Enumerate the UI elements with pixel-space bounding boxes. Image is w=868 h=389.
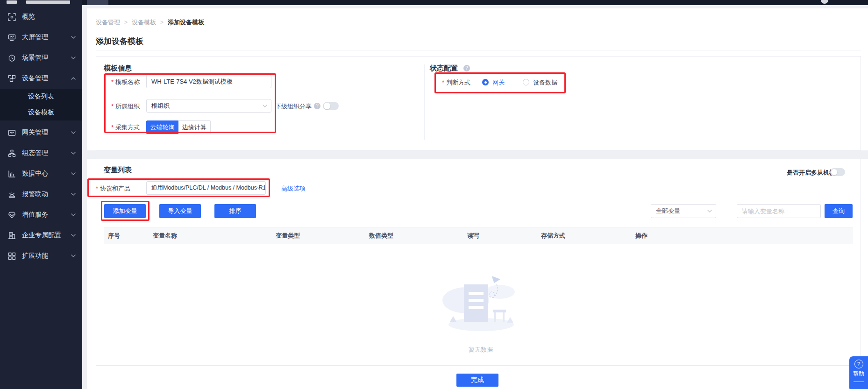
brand-logo-fragment [7, 0, 17, 4]
radio-gateway-selected[interactable] [482, 79, 489, 85]
sidebar-item-scene-mgmt[interactable]: 场景管理 [0, 48, 82, 68]
title-divider [96, 50, 861, 50]
sidebar-item-alarm-linkage[interactable]: 报警联动 [0, 184, 82, 205]
help-question-icon[interactable]: ? [314, 103, 320, 109]
chevron-down-icon [71, 193, 76, 196]
advanced-options-link[interactable]: 高级选项 [281, 184, 306, 193]
grid-icon [8, 252, 16, 260]
chevron-down-icon [71, 36, 76, 39]
breadcrumb: 设备管理 > 设备模板 > 添加设备模板 [96, 18, 204, 27]
search-button[interactable]: 查询 [825, 204, 853, 218]
required-mark: * [111, 103, 114, 110]
sidebar-subitem-label: 设备模板 [28, 108, 54, 117]
radio-device-data[interactable] [523, 79, 529, 85]
sidebar-item-value-added[interactable]: 增值服务 [0, 205, 82, 225]
chevron-down-icon [263, 105, 267, 107]
device-icon [8, 75, 16, 83]
radio-device-data-label[interactable]: 设备数据 [533, 78, 557, 87]
required-mark: * [96, 185, 98, 192]
chevron-down-icon [71, 131, 76, 134]
sidebar-item-scada-mgmt[interactable]: 组态管理 [0, 143, 82, 163]
template-info-section-title: 模板信息 [104, 64, 132, 73]
sidebar-subitem-device-list[interactable]: 设备列表 [0, 89, 82, 105]
sort-button[interactable]: 排序 [214, 204, 256, 218]
col-header-read-write: 读写 [467, 227, 479, 244]
gateway-icon [8, 129, 16, 137]
help-widget[interactable]: ? 帮助 [849, 356, 868, 389]
gem-icon [8, 211, 16, 219]
card-vertical-divider [424, 64, 425, 140]
sidebar-item-overview[interactable]: 概览 [0, 7, 82, 27]
chevron-down-icon [71, 172, 76, 175]
device-mgmt-submenu: 设备列表 设备模板 [0, 89, 82, 120]
sidebar-item-label: 场景管理 [22, 54, 48, 62]
col-header-name: 变量名称 [153, 227, 177, 244]
chevron-down-icon [71, 152, 76, 155]
collect-edge-computing-button[interactable]: 边缘计算 [178, 120, 211, 134]
col-header-var-type: 变量类型 [276, 227, 300, 244]
done-button[interactable]: 完成 [456, 374, 498, 387]
col-header-value-type: 数值类型 [369, 227, 393, 244]
template-name-input[interactable] [146, 75, 271, 88]
sidebar-item-label: 概览 [22, 13, 35, 21]
help-question-icon: ? [854, 360, 863, 368]
sub-org-share-toggle[interactable] [323, 102, 339, 110]
bar-chart-icon [8, 170, 16, 178]
chevron-down-icon [71, 255, 76, 257]
breadcrumb-device-mgmt[interactable]: 设备管理 [96, 18, 120, 27]
empty-state-illustration [437, 273, 526, 336]
sidebar-subitem-label: 设备列表 [28, 92, 54, 101]
variable-filter-select[interactable]: 全部变量 [651, 204, 716, 218]
help-widget-label: 帮助 [849, 370, 868, 378]
multi-slave-toggle[interactable] [830, 168, 845, 176]
chevron-down-icon [257, 187, 262, 190]
chevron-down-icon [71, 57, 76, 59]
breadcrumb-separator: > [124, 19, 128, 26]
scene-cube-icon [8, 54, 16, 62]
org-label: *所属组织 [111, 102, 140, 111]
topbar-tab [87, 0, 108, 5]
sidebar-item-label: 数据中心 [22, 170, 48, 178]
collect-cloud-polling-button[interactable]: 云端轮询 [146, 120, 178, 134]
sidebar-item-label: 设备管理 [22, 74, 48, 83]
org-select[interactable]: 根组织 [146, 99, 271, 113]
sidebar-item-label: 大屏管理 [22, 33, 48, 42]
breadcrumb-device-template[interactable]: 设备模板 [132, 18, 156, 27]
content-left-gutter [82, 5, 87, 389]
content-top-gutter [87, 5, 868, 8]
import-variable-button[interactable]: 导入变量 [159, 204, 201, 218]
card-gap-band [87, 150, 868, 159]
variable-table-header: 序号 变量名称 变量类型 数值类型 读写 存储方式 操作 [104, 227, 853, 244]
status-config-section-title: 状态配置 [430, 64, 458, 73]
sidebar-item-gateway-mgmt[interactable]: 网关管理 [0, 122, 82, 143]
protocol-select-value: 通用Modbus/PLC/DL / Modbus / Modbus R1 [151, 184, 266, 192]
variable-filter-value: 全部变量 [656, 207, 680, 215]
sidebar-item-enterprise-config[interactable]: 企业专属配置 [0, 225, 82, 246]
judge-mode-label: *判断方式 [442, 78, 470, 87]
sidebar-item-extensions[interactable]: 扩展功能 [0, 246, 82, 266]
sidebar-subitem-device-template[interactable]: 设备模板 [0, 105, 82, 120]
sidebar-item-label: 报警联动 [22, 190, 48, 198]
scan-overview-icon [8, 13, 16, 21]
required-mark: * [111, 78, 114, 85]
radio-gateway-label[interactable]: 网关 [492, 78, 505, 87]
variable-list-section-title: 变量列表 [104, 166, 132, 175]
chevron-up-icon [71, 77, 76, 80]
screen-icon [8, 34, 16, 42]
sidebar-item-device-mgmt[interactable]: 设备管理 [0, 68, 82, 89]
sidebar: 概览 大屏管理 场景管理 设备管理 设备列表 设备模板 [0, 0, 82, 389]
sub-org-share-label: 下级组织分享 [275, 102, 312, 111]
protocol-select[interactable]: 通用Modbus/PLC/DL / Modbus / Modbus R1 [146, 181, 266, 195]
chevron-down-icon [71, 213, 76, 216]
add-variable-button[interactable]: 添加变量 [104, 204, 146, 218]
empty-state-text: 暂无数据 [457, 346, 504, 354]
help-question-icon[interactable]: ? [463, 65, 470, 71]
collect-mode-label: *采集方式 [111, 123, 140, 132]
template-name-label: *模板名称 [111, 78, 140, 86]
variable-search-input[interactable] [737, 204, 821, 218]
sidebar-item-label: 增值服务 [22, 211, 48, 219]
sidebar-item-screen-mgmt[interactable]: 大屏管理 [0, 27, 82, 48]
required-mark: * [111, 124, 114, 131]
required-mark: * [442, 79, 444, 86]
sidebar-item-data-center[interactable]: 数据中心 [0, 163, 82, 184]
